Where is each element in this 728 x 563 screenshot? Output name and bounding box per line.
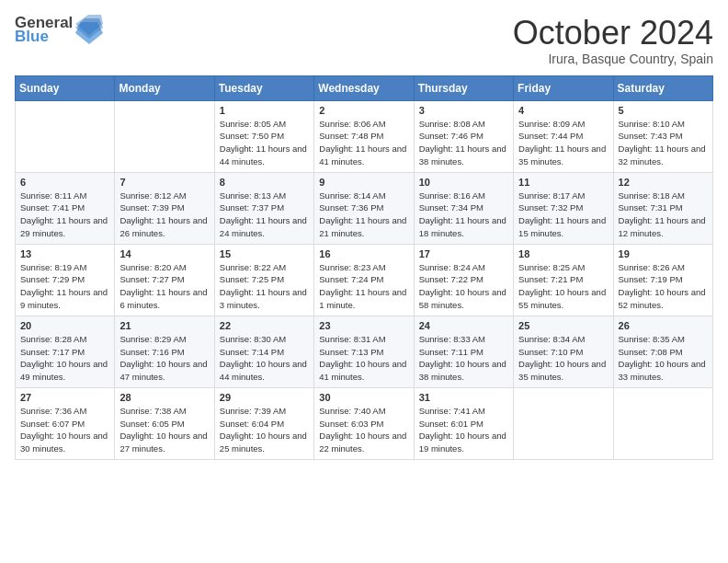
day-number: 4 [518, 105, 608, 116]
calendar-cell: 20Sunrise: 8:28 AM Sunset: 7:17 PM Dayli… [16, 316, 115, 387]
day-info: Sunrise: 8:25 AM Sunset: 7:21 PM Dayligh… [518, 261, 608, 312]
weekday-header-tuesday: Tuesday [214, 75, 313, 100]
day-number: 3 [419, 105, 508, 116]
day-info: Sunrise: 8:24 AM Sunset: 7:22 PM Dayligh… [419, 261, 508, 312]
day-number: 15 [220, 248, 309, 259]
week-row-1: 1Sunrise: 8:05 AM Sunset: 7:50 PM Daylig… [16, 100, 713, 172]
day-info: Sunrise: 8:10 AM Sunset: 7:43 PM Dayligh… [619, 118, 708, 168]
day-number: 16 [319, 248, 408, 259]
day-number: 22 [220, 320, 309, 331]
header: General Blue October 2024 Irura, Basque … [15, 15, 713, 66]
day-info: Sunrise: 8:29 AM Sunset: 7:16 PM Dayligh… [119, 333, 209, 384]
day-info: Sunrise: 8:20 AM Sunset: 7:27 PM Dayligh… [119, 261, 209, 312]
calendar-cell: 30Sunrise: 7:40 AM Sunset: 6:03 PM Dayli… [314, 387, 414, 459]
calendar-cell [514, 387, 613, 459]
day-number: 27 [20, 392, 109, 403]
calendar-cell: 12Sunrise: 8:18 AM Sunset: 7:31 PM Dayli… [613, 172, 712, 244]
day-info: Sunrise: 8:11 AM Sunset: 7:41 PM Dayligh… [20, 190, 109, 240]
day-info: Sunrise: 8:34 AM Sunset: 7:10 PM Dayligh… [518, 333, 608, 384]
day-info: Sunrise: 8:23 AM Sunset: 7:24 PM Dayligh… [319, 261, 408, 312]
calendar-cell: 16Sunrise: 8:23 AM Sunset: 7:24 PM Dayli… [314, 244, 414, 316]
day-info: Sunrise: 8:35 AM Sunset: 7:08 PM Dayligh… [619, 333, 708, 384]
day-number: 13 [20, 248, 109, 259]
day-number: 23 [319, 320, 408, 331]
day-number: 20 [20, 320, 109, 331]
day-info: Sunrise: 8:18 AM Sunset: 7:31 PM Dayligh… [619, 190, 708, 240]
day-number: 31 [419, 392, 508, 403]
day-number: 25 [518, 320, 608, 331]
day-info: Sunrise: 8:08 AM Sunset: 7:46 PM Dayligh… [419, 118, 508, 168]
day-number: 30 [319, 392, 408, 403]
day-info: Sunrise: 7:40 AM Sunset: 6:03 PM Dayligh… [319, 405, 408, 455]
calendar-cell: 11Sunrise: 8:17 AM Sunset: 7:32 PM Dayli… [514, 172, 613, 244]
week-row-4: 20Sunrise: 8:28 AM Sunset: 7:17 PM Dayli… [16, 316, 713, 387]
weekday-header-monday: Monday [115, 75, 214, 100]
calendar-cell: 25Sunrise: 8:34 AM Sunset: 7:10 PM Dayli… [514, 316, 613, 387]
day-number: 1 [220, 105, 309, 116]
logo-icon [75, 15, 103, 44]
weekday-header-sunday: Sunday [16, 75, 115, 100]
calendar-cell: 9Sunrise: 8:14 AM Sunset: 7:36 PM Daylig… [314, 172, 414, 244]
day-info: Sunrise: 8:22 AM Sunset: 7:25 PM Dayligh… [220, 261, 309, 312]
calendar-cell: 24Sunrise: 8:33 AM Sunset: 7:11 PM Dayli… [414, 316, 513, 387]
day-number: 12 [619, 177, 708, 188]
calendar-cell: 19Sunrise: 8:26 AM Sunset: 7:19 PM Dayli… [613, 244, 712, 316]
day-number: 7 [119, 177, 209, 188]
day-number: 9 [319, 177, 408, 188]
calendar-cell: 13Sunrise: 8:19 AM Sunset: 7:29 PM Dayli… [16, 244, 115, 316]
day-info: Sunrise: 8:09 AM Sunset: 7:44 PM Dayligh… [518, 118, 608, 168]
day-info: Sunrise: 8:14 AM Sunset: 7:36 PM Dayligh… [319, 190, 408, 240]
title-area: October 2024 Irura, Basque Country, Spai… [513, 15, 713, 66]
month-title: October 2024 [513, 15, 713, 52]
logo-blue: Blue [15, 29, 73, 44]
location-title: Irura, Basque Country, Spain [513, 52, 713, 66]
calendar-cell: 8Sunrise: 8:13 AM Sunset: 7:37 PM Daylig… [214, 172, 313, 244]
calendar-cell: 7Sunrise: 8:12 AM Sunset: 7:39 PM Daylig… [115, 172, 214, 244]
day-info: Sunrise: 8:28 AM Sunset: 7:17 PM Dayligh… [20, 333, 109, 384]
calendar-cell: 28Sunrise: 7:38 AM Sunset: 6:05 PM Dayli… [115, 387, 214, 459]
day-info: Sunrise: 8:30 AM Sunset: 7:14 PM Dayligh… [220, 333, 309, 384]
day-number: 14 [119, 248, 209, 259]
day-number: 18 [518, 248, 608, 259]
week-row-5: 27Sunrise: 7:36 AM Sunset: 6:07 PM Dayli… [16, 387, 713, 459]
day-number: 24 [419, 320, 508, 331]
calendar-cell: 23Sunrise: 8:31 AM Sunset: 7:13 PM Dayli… [314, 316, 414, 387]
day-info: Sunrise: 8:05 AM Sunset: 7:50 PM Dayligh… [220, 118, 309, 168]
day-number: 10 [419, 177, 508, 188]
weekday-header-wednesday: Wednesday [314, 75, 414, 100]
calendar-cell: 5Sunrise: 8:10 AM Sunset: 7:43 PM Daylig… [613, 100, 712, 172]
calendar-cell: 29Sunrise: 7:39 AM Sunset: 6:04 PM Dayli… [214, 387, 313, 459]
calendar-cell: 21Sunrise: 8:29 AM Sunset: 7:16 PM Dayli… [115, 316, 214, 387]
day-info: Sunrise: 8:26 AM Sunset: 7:19 PM Dayligh… [619, 261, 708, 312]
day-info: Sunrise: 7:41 AM Sunset: 6:01 PM Dayligh… [419, 405, 508, 455]
calendar-cell: 6Sunrise: 8:11 AM Sunset: 7:41 PM Daylig… [16, 172, 115, 244]
day-number: 17 [419, 248, 508, 259]
calendar-cell: 1Sunrise: 8:05 AM Sunset: 7:50 PM Daylig… [214, 100, 313, 172]
day-info: Sunrise: 7:38 AM Sunset: 6:05 PM Dayligh… [119, 405, 209, 455]
day-number: 26 [619, 320, 708, 331]
day-number: 29 [220, 392, 309, 403]
day-info: Sunrise: 8:17 AM Sunset: 7:32 PM Dayligh… [518, 190, 608, 240]
weekday-header-saturday: Saturday [613, 75, 712, 100]
day-info: Sunrise: 8:06 AM Sunset: 7:48 PM Dayligh… [319, 118, 408, 168]
weekday-header-thursday: Thursday [414, 75, 513, 100]
calendar-cell: 26Sunrise: 8:35 AM Sunset: 7:08 PM Dayli… [613, 316, 712, 387]
day-info: Sunrise: 8:16 AM Sunset: 7:34 PM Dayligh… [419, 190, 508, 240]
calendar-cell: 22Sunrise: 8:30 AM Sunset: 7:14 PM Dayli… [214, 316, 313, 387]
day-info: Sunrise: 8:31 AM Sunset: 7:13 PM Dayligh… [319, 333, 408, 384]
day-number: 19 [619, 248, 708, 259]
day-number: 5 [619, 105, 708, 116]
day-number: 28 [119, 392, 209, 403]
calendar-cell: 17Sunrise: 8:24 AM Sunset: 7:22 PM Dayli… [414, 244, 513, 316]
day-number: 6 [20, 177, 109, 188]
weekday-header-friday: Friday [514, 75, 613, 100]
calendar-cell: 14Sunrise: 8:20 AM Sunset: 7:27 PM Dayli… [115, 244, 214, 316]
day-info: Sunrise: 8:12 AM Sunset: 7:39 PM Dayligh… [119, 190, 209, 240]
day-info: Sunrise: 8:13 AM Sunset: 7:37 PM Dayligh… [220, 190, 309, 240]
calendar-cell: 27Sunrise: 7:36 AM Sunset: 6:07 PM Dayli… [16, 387, 115, 459]
day-number: 8 [220, 177, 309, 188]
calendar-cell [16, 100, 115, 172]
logo: General Blue [15, 15, 103, 44]
week-row-2: 6Sunrise: 8:11 AM Sunset: 7:41 PM Daylig… [16, 172, 713, 244]
day-info: Sunrise: 7:36 AM Sunset: 6:07 PM Dayligh… [20, 405, 109, 455]
